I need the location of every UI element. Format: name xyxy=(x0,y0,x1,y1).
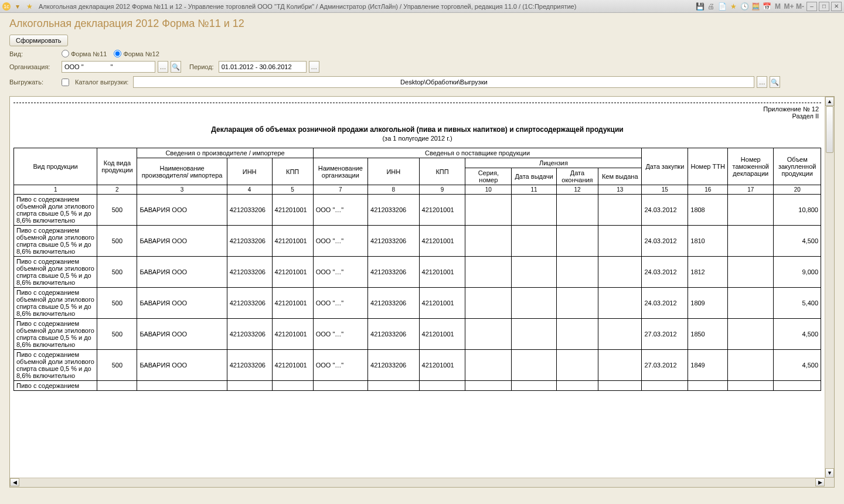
cell: 27.03.2012 xyxy=(642,350,688,381)
cell xyxy=(512,381,557,391)
cell xyxy=(512,257,557,288)
fav-icon[interactable]: ★ xyxy=(729,2,738,11)
cell xyxy=(419,381,465,391)
window-titlebar: 1c ▾ ★ Алкогольная декларация 2012 Форма… xyxy=(0,0,844,13)
cell: ООО "…" xyxy=(313,195,367,226)
table-row[interactable]: Пиво с содержанием объемной доли этилово… xyxy=(14,195,821,226)
mplus-icon[interactable]: M+ xyxy=(784,2,794,11)
cell: Пиво с содержанием xyxy=(14,381,97,391)
mminus-icon[interactable]: M- xyxy=(795,2,805,11)
cell xyxy=(728,350,774,381)
col-num: 11 xyxy=(512,185,557,195)
cell: 4212033206 xyxy=(227,195,272,226)
cell: 421201001 xyxy=(419,195,465,226)
cell xyxy=(556,319,598,350)
cell: 4212033206 xyxy=(368,319,420,350)
horizontal-scrollbar[interactable]: ◀ ▶ xyxy=(10,478,825,487)
scroll-right-button[interactable]: ▶ xyxy=(815,478,825,486)
cell: 421201001 xyxy=(419,288,465,319)
cell xyxy=(556,257,598,288)
cell xyxy=(556,226,598,257)
cell: 24.03.2012 xyxy=(642,195,688,226)
cell: БАВАРИЯ ООО xyxy=(137,319,227,350)
table-row[interactable]: Пиво с содержанием объемной доли этилово… xyxy=(14,257,821,288)
cell xyxy=(556,195,598,226)
cell xyxy=(598,288,642,319)
cell: 421201001 xyxy=(272,350,313,381)
cell xyxy=(465,350,512,381)
cell xyxy=(465,288,512,319)
th-supplier-info: Сведенья о поставщике продукции xyxy=(313,148,642,158)
th-supplier-name: Наименование организации xyxy=(313,158,367,185)
calendar-icon[interactable]: 📅 xyxy=(762,2,771,11)
cell: 1810 xyxy=(688,226,728,257)
scroll-down-button[interactable]: ▼ xyxy=(825,468,834,478)
org-search-button[interactable]: 🔍 xyxy=(171,61,181,73)
export-label: Выгружать: xyxy=(9,79,59,86)
radio-form12[interactable]: Форма №12 xyxy=(114,50,159,57)
cell: 4212033206 xyxy=(368,288,420,319)
cell: 24.03.2012 xyxy=(642,257,688,288)
generate-button[interactable]: Сформировать xyxy=(9,35,68,46)
col-num: 16 xyxy=(688,185,728,195)
app-icon: 1c xyxy=(2,2,11,11)
th-license-by: Кем выдана xyxy=(598,168,642,185)
cell: 421201001 xyxy=(419,350,465,381)
history-icon[interactable]: 🕓 xyxy=(740,2,749,11)
cell: Пиво с содержанием объемной доли этилово… xyxy=(14,350,97,381)
table-row[interactable]: Пиво с содержанием объемной доли этилово… xyxy=(14,288,821,319)
dropdown-icon[interactable]: ▾ xyxy=(13,2,22,11)
cell: 421201001 xyxy=(272,288,313,319)
cell: 421201001 xyxy=(419,226,465,257)
cell: 1849 xyxy=(688,350,728,381)
cell: БАВАРИЯ ООО xyxy=(137,350,227,381)
export-path-search[interactable]: 🔍 xyxy=(770,76,780,88)
calc-icon[interactable]: 🧮 xyxy=(751,2,760,11)
table-row[interactable]: Пиво с содержанием объемной доли этилово… xyxy=(14,319,821,350)
col-num: 8 xyxy=(368,185,420,195)
scroll-left-button[interactable]: ◀ xyxy=(10,478,19,486)
export-path-picker[interactable]: … xyxy=(757,76,767,88)
cell: ООО "…" xyxy=(313,257,367,288)
save-icon[interactable]: 💾 xyxy=(695,2,705,11)
org-input[interactable] xyxy=(62,61,155,73)
vertical-scrollbar[interactable]: ▲ ▼ xyxy=(825,97,834,478)
cell: ООО "…" xyxy=(313,226,367,257)
table-row[interactable]: Пиво с содержанием xyxy=(14,381,821,391)
scroll-up-button[interactable]: ▲ xyxy=(825,97,834,106)
th-license: Лицензия xyxy=(465,158,642,168)
th-sinn: ИНН xyxy=(368,158,420,185)
close-button[interactable]: ✕ xyxy=(831,2,842,11)
cell: 4212033206 xyxy=(227,319,272,350)
th-license-issued: Дата выдачи xyxy=(512,168,557,185)
scroll-thumb[interactable] xyxy=(826,106,833,153)
export-path-input[interactable] xyxy=(133,76,754,88)
th-pkpp: КПП xyxy=(272,158,313,185)
radio-form11[interactable]: Форма №11 xyxy=(62,50,107,57)
minimize-button[interactable]: – xyxy=(806,2,817,11)
maximize-button[interactable]: □ xyxy=(819,2,829,11)
th-producer-name: Наименование производителя/ импортера xyxy=(137,158,227,185)
table-row[interactable]: Пиво с содержанием объемной доли этилово… xyxy=(14,350,821,381)
cell: 4212033206 xyxy=(368,350,420,381)
export-checkbox[interactable] xyxy=(62,79,69,86)
cell xyxy=(598,381,642,391)
col-num: 13 xyxy=(598,185,642,195)
cell xyxy=(512,226,557,257)
col-num: 9 xyxy=(419,185,465,195)
cell xyxy=(598,257,642,288)
m-icon[interactable]: M xyxy=(773,2,782,11)
period-picker-button[interactable]: … xyxy=(309,61,319,73)
cell: 4212033206 xyxy=(368,226,420,257)
star-icon[interactable]: ★ xyxy=(25,2,34,11)
cell xyxy=(272,381,313,391)
cell xyxy=(728,257,774,288)
col-num: 17 xyxy=(728,185,774,195)
th-ttn: Номер ТТН xyxy=(688,148,728,185)
table-row[interactable]: Пиво с содержанием объемной доли этилово… xyxy=(14,226,821,257)
print-icon[interactable]: 🖨 xyxy=(706,2,716,11)
doc-icon[interactable]: 📄 xyxy=(717,2,727,11)
cell: 421201001 xyxy=(272,226,313,257)
org-picker-button[interactable]: … xyxy=(158,61,168,73)
period-input[interactable] xyxy=(219,61,307,73)
